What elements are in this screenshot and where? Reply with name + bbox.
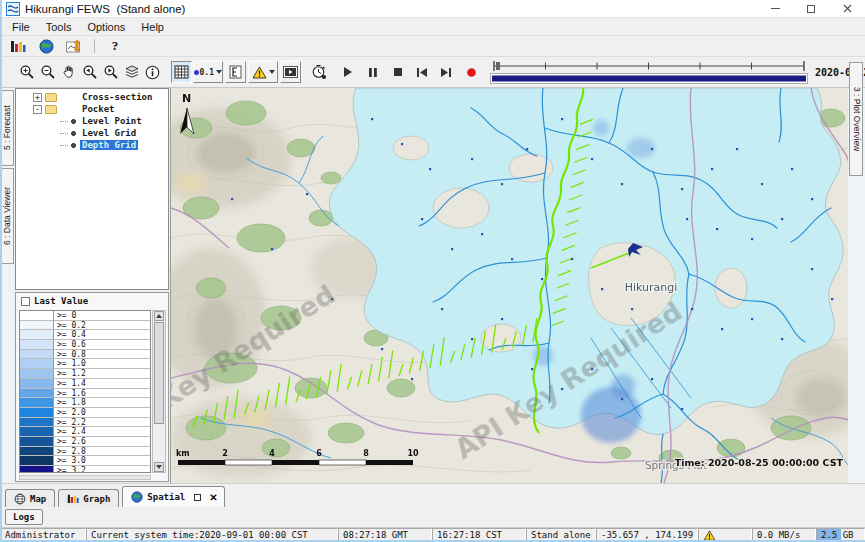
- legend-row: >= 1.0: [20, 359, 150, 369]
- stop-button[interactable]: [387, 61, 408, 83]
- app-icon: [6, 2, 20, 16]
- tree-expander[interactable]: -: [33, 105, 42, 114]
- legend-label: >= 1.6: [54, 389, 150, 399]
- close-button[interactable]: [829, 0, 865, 17]
- graph-display-button[interactable]: [6, 37, 30, 55]
- thresholds-dropdown[interactable]: [248, 61, 278, 83]
- layers-button[interactable]: [121, 61, 142, 83]
- warning-icon: [252, 66, 267, 79]
- animation-timer-button[interactable]: [308, 61, 329, 83]
- play-button[interactable]: [337, 61, 358, 83]
- pan-button[interactable]: [58, 61, 79, 83]
- tab-map-label: Map: [30, 494, 46, 504]
- tree-item[interactable]: + Cross-section: [16, 91, 168, 103]
- animation-panel-button[interactable]: [280, 61, 301, 83]
- legend-swatch: [20, 379, 54, 389]
- map-canvas[interactable]: API Key Required API Key Required N Hiku…: [170, 88, 848, 483]
- zoom-in-button[interactable]: [16, 61, 37, 83]
- bar-chart-icon: [67, 493, 79, 504]
- tree-item[interactable]: - Pocket: [16, 103, 168, 115]
- contour-threshold-dropdown[interactable]: 0.1: [193, 61, 223, 83]
- legend-row: >= 2.4: [20, 427, 150, 437]
- legend-row: >= 0: [20, 311, 150, 321]
- tab-graph[interactable]: Graph: [58, 489, 119, 507]
- maximize-button[interactable]: [793, 0, 829, 17]
- legend-label: >= 2.4: [54, 427, 150, 437]
- step-back-button[interactable]: [411, 61, 432, 83]
- info-button[interactable]: [142, 61, 163, 83]
- legend-scrollbar[interactable]: [152, 310, 166, 473]
- logs-button[interactable]: Logs: [5, 509, 43, 525]
- legend-hscrollbar[interactable]: [19, 475, 151, 480]
- tab-restore-icon[interactable]: [194, 494, 201, 501]
- scroll-down-icon[interactable]: [154, 462, 164, 472]
- step-forward-button[interactable]: [435, 61, 456, 83]
- menu-item[interactable]: Options: [79, 19, 133, 35]
- legend-swatch: [20, 321, 54, 331]
- tree-item[interactable]: Level Point: [16, 115, 168, 127]
- zoom-next-button[interactable]: [100, 61, 121, 83]
- chevron-down-icon: [269, 70, 275, 74]
- time-slider[interactable]: [490, 59, 808, 85]
- menu-item[interactable]: File: [4, 19, 38, 35]
- svg-text:N: N: [182, 92, 191, 105]
- longitudinal-profile-icon: [66, 39, 83, 54]
- show-grid-button[interactable]: [171, 61, 192, 83]
- legend-row: >= 1.4: [20, 379, 150, 389]
- tab-data-viewer[interactable]: 6 : Data Viewer: [1, 168, 14, 264]
- svg-text:6: 6: [316, 449, 322, 458]
- time-slider-thumb[interactable]: [496, 62, 500, 70]
- legend-table: >= 0 >= 0.2 >= 0.4: [19, 310, 151, 473]
- svg-text:2: 2: [222, 449, 228, 458]
- legend-row: >= 3.2: [20, 466, 150, 473]
- zoom-previous-button[interactable]: [79, 61, 100, 83]
- minimize-button[interactable]: [757, 0, 793, 17]
- legend-label: >= 0: [54, 311, 150, 321]
- menu-item[interactable]: Help: [133, 19, 172, 35]
- tab-plot-overview[interactable]: 3 : Plot Overview: [849, 62, 863, 176]
- tab-map[interactable]: Map: [5, 489, 55, 507]
- toolbar-separator: [94, 39, 95, 53]
- last-value-checkbox[interactable]: [21, 297, 30, 306]
- timer-clock-icon: [311, 64, 327, 80]
- record-button[interactable]: [461, 61, 482, 83]
- legend-swatch: [20, 418, 54, 428]
- show-labels-button[interactable]: [225, 61, 246, 83]
- legend-swatch: [20, 359, 54, 369]
- help-button[interactable]: ?: [103, 37, 127, 55]
- map-toolbar: 0.1: [0, 57, 865, 88]
- pause-button[interactable]: [362, 61, 383, 83]
- tree-item-label: Cross-section: [80, 92, 154, 102]
- tab-forecast[interactable]: 5 : Forecast: [1, 90, 14, 166]
- skip-start-icon: [416, 67, 428, 78]
- layer-tree: + Cross-section - Pocket: [15, 88, 169, 290]
- legend-label: >= 2.8: [54, 447, 150, 457]
- zoom-previous-icon: [81, 64, 98, 80]
- legend-label: >= 3.2: [54, 466, 150, 473]
- legend-swatch: [20, 408, 54, 418]
- bottom-tab-bar: Map Graph Spatial ✕: [0, 483, 865, 507]
- legend-row: >= 1.2: [20, 369, 150, 379]
- label-icon: [229, 65, 242, 79]
- legend-label: >= 0.6: [54, 340, 150, 350]
- app-window: Hikurangi FEWS (Stand alone) FileToolsOp…: [0, 0, 865, 542]
- skip-end-icon: [440, 67, 452, 78]
- last-value-label: Last Value: [34, 296, 88, 306]
- menu-item[interactable]: Tools: [38, 19, 80, 35]
- layer-dot-icon: [71, 143, 76, 148]
- tab-spatial[interactable]: Spatial ✕: [122, 486, 224, 507]
- map-display-button[interactable]: [34, 37, 58, 55]
- layer-dot-icon: [71, 119, 76, 124]
- zoom-out-button[interactable]: [37, 61, 58, 83]
- scrollbar-thumb[interactable]: [154, 322, 164, 424]
- tree-item[interactable]: Depth Grid: [16, 139, 168, 151]
- scroll-up-icon[interactable]: [154, 311, 164, 321]
- zoom-next-icon: [102, 64, 119, 80]
- profile-display-button[interactable]: [62, 37, 86, 55]
- legend-swatch: [20, 340, 54, 350]
- legend-swatch: [20, 330, 54, 340]
- legend-row: >= 2.2: [20, 418, 150, 428]
- tab-close-icon[interactable]: ✕: [209, 492, 217, 503]
- tree-item[interactable]: Level Grid: [16, 127, 168, 139]
- tree-expander[interactable]: +: [33, 93, 42, 102]
